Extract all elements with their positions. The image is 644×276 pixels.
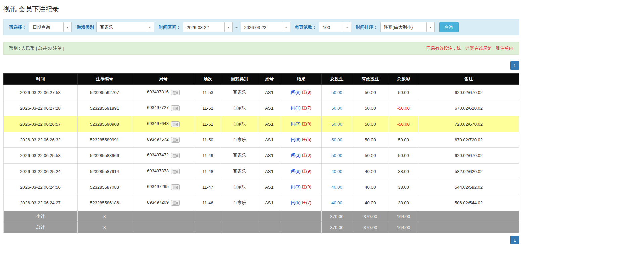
total-bet: 50.00 [322,100,352,116]
video-replay-icon[interactable] [171,90,180,95]
round-id: 693497472 [132,148,195,164]
filter-bar: 请选择： 日期查询 ▼ 游戏类别 百家乐 ▼ 时间区间： 2026-03-22 … [3,19,519,35]
caret-down-icon[interactable]: ▼ [63,22,71,32]
page-number-button[interactable]: 1 [510,61,519,70]
sort-select[interactable]: 降幂(由大到小) ▼ [380,22,435,32]
game-type: 百家乐 [221,179,258,195]
valid-bet-notice-text: 同局有效投注，统一计算在该局第一张注单内 [426,45,513,51]
result: 闲(3) 庄(0) [281,148,322,164]
game-type-select[interactable]: 百家乐 ▼ [96,22,154,32]
bet-id: 523285587914 [78,164,132,179]
game-type-label: 游戏类别 [77,24,94,30]
total-bet: 40.00 [322,195,352,211]
player-result: 闲(3) [291,153,301,158]
player-result: 闲(3) [291,184,301,189]
session: 11-50 [195,132,221,148]
remark: 506.02/544.02 [418,195,519,211]
video-replay-icon[interactable] [171,169,180,174]
valid-bet: 40.00 [352,195,389,211]
player-result: 闲(5) [291,200,301,205]
total-bet-link[interactable]: 50.00 [331,90,342,95]
date-to-select[interactable]: 2026-03-22 ▼ [241,22,290,32]
remark: 620.02/670.02 [418,85,519,100]
total-row: 总计8370.00370.00164.00 [4,222,519,233]
round-id: 693497295 [132,179,195,195]
total-bet: 50.00 [322,116,352,132]
summary-valid-bet: 370.00 [352,211,389,222]
video-replay-icon[interactable] [171,200,180,206]
summary-total-bet: 370.00 [322,211,352,222]
total-bet-link[interactable]: 40.00 [331,169,342,174]
result: 闲(3) 庄(8) [281,116,322,132]
column-header: 局号 [132,74,195,85]
session: 11-51 [195,116,221,132]
round-id: 693497816 [132,85,195,100]
summary-label: 小计 [4,211,78,222]
video-replay-icon[interactable] [171,137,180,143]
session: 11-46 [195,195,221,211]
total-bet-link[interactable]: 50.00 [331,106,342,111]
query-type-select[interactable]: 日期查询 ▼ [29,22,72,32]
payout: 50.00 [389,132,418,148]
player-result: 闲(8) [291,137,301,142]
total-bet-link[interactable]: 50.00 [331,153,342,158]
currency-summary-text: 币别 : 人民币 | 总共 :8 注单 | [9,45,64,51]
session: 11-52 [195,100,221,116]
page-number-button[interactable]: 1 [510,236,519,244]
game-type: 百家乐 [221,85,258,100]
records-table: 时间注单编号局号场次游戏类别桌号结果总投注有效投注总派彩备注 2026-03-2… [3,73,519,233]
caret-down-icon[interactable]: ▼ [343,22,351,32]
caret-down-icon[interactable]: ▼ [426,22,434,32]
caret-down-icon[interactable]: ▼ [282,22,290,32]
banker-result: 庄(5) [302,137,311,142]
column-header: 游戏类别 [221,74,258,85]
banker-result: 庄(0) [302,153,311,158]
banker-result: 庄(8) [302,121,311,126]
valid-bet: 50.00 [352,148,389,164]
query-button[interactable]: 查询 [439,22,459,32]
bet-time: 2026-03-22 06:25:58 [4,148,78,164]
player-result: 闲(1) [291,105,301,110]
video-replay-icon[interactable] [171,153,180,158]
caret-down-icon[interactable]: ▼ [224,22,232,32]
video-replay-icon[interactable] [171,121,180,127]
date-from-select[interactable]: 2026-03-22 ▼ [183,22,233,32]
table-row: 2026-03-22 06:26:57523285590908693497643… [4,116,519,132]
game-type: 百家乐 [221,132,258,148]
result: 闲(9) 庄(8) [281,85,322,100]
total-bet-link[interactable]: 50.00 [331,122,342,127]
game-type-value: 百家乐 [97,22,146,32]
table-no: AS1 [258,164,281,179]
remark: 544.02/582.02 [418,179,519,195]
content: 视讯 会员下注纪录 请选择： 日期查询 ▼ 游戏类别 百家乐 ▼ 时间区间： 2… [0,0,523,255]
table-no: AS1 [258,116,281,132]
column-header: 时间 [4,74,78,85]
summary-label: 总计 [4,222,78,233]
remark: 720.02/670.02 [418,116,519,132]
total-bet-link[interactable]: 40.00 [331,185,342,190]
remark: 620.02/670.02 [418,148,519,164]
table-no: AS1 [258,195,281,211]
caret-down-icon[interactable]: ▼ [146,22,154,32]
bet-id: 523285586186 [78,195,132,211]
column-header: 总派彩 [389,74,418,85]
filter-group-query-type: 请选择： 日期查询 ▼ [9,22,72,32]
game-type: 百家乐 [221,116,258,132]
table-no: AS1 [258,132,281,148]
bet-time: 2026-03-22 06:24:56 [4,179,78,195]
table-no: AS1 [258,179,281,195]
total-bet-link[interactable]: 50.00 [331,137,342,142]
result: 闲(8) 庄(5) [281,132,322,148]
session: 11-49 [195,148,221,164]
video-replay-icon[interactable] [171,184,180,190]
page-size-select[interactable]: 100 ▼ [319,22,351,32]
remark: 670.02/720.02 [418,132,519,148]
table-row: 2026-03-22 06:25:24523285587914693497373… [4,164,519,179]
player-result: 闲(9) [291,90,301,95]
round-id: 693497373 [132,164,195,179]
table-no: AS1 [258,100,281,116]
total-bet-link[interactable]: 40.00 [331,200,342,205]
banker-result: 庄(8) [302,90,311,95]
video-replay-icon[interactable] [171,105,180,111]
column-header: 注单编号 [78,74,132,85]
